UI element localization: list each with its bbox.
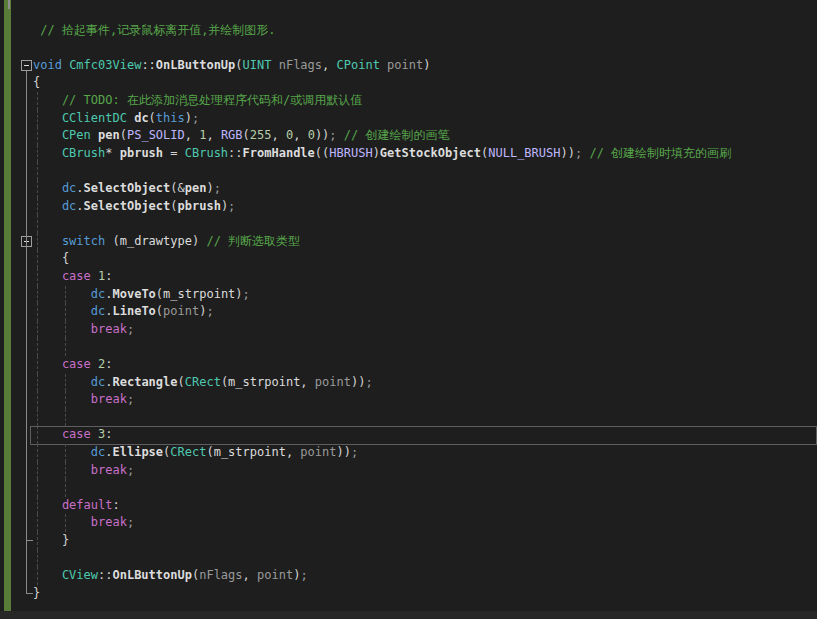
token-punctuation: ) bbox=[206, 181, 213, 195]
token-punctuation: ) bbox=[373, 146, 380, 160]
fold-extent-line bbox=[26, 247, 27, 541]
code-line[interactable]: break; bbox=[0, 514, 817, 532]
token-punctuation: ( bbox=[235, 58, 242, 72]
token-macro: NULL_BRUSH bbox=[488, 146, 560, 160]
token-function: MoveTo bbox=[112, 287, 155, 301]
indent-guide bbox=[37, 391, 38, 409]
code-line[interactable]: // 拾起事件,记录鼠标离开值,并绘制图形. bbox=[0, 22, 817, 40]
token-function: OnLButtonUp bbox=[112, 568, 191, 582]
code-line[interactable]: break; bbox=[0, 391, 817, 409]
indent-guide bbox=[65, 514, 66, 532]
code-line[interactable] bbox=[0, 409, 817, 427]
code-line[interactable]: break; bbox=[0, 321, 817, 339]
code-line[interactable]: dc.SelectObject(&pen); bbox=[0, 180, 817, 198]
code-line[interactable]: CBrush* pbrush = CBrush::FromHandle((HBR… bbox=[0, 145, 817, 163]
code-line[interactable]: break; bbox=[0, 462, 817, 480]
token-punctuation: )) bbox=[337, 445, 351, 459]
token-parameter: point bbox=[380, 58, 423, 72]
token-punctuation: , bbox=[185, 128, 199, 142]
token-punctuation: ; bbox=[228, 199, 235, 213]
code-line[interactable] bbox=[0, 4, 817, 22]
token-punctuation: (& bbox=[170, 181, 184, 195]
token-number: 255 bbox=[250, 128, 272, 142]
code-line[interactable]: } bbox=[0, 585, 817, 603]
code-line[interactable]: } bbox=[0, 532, 817, 550]
token-keyword: void bbox=[33, 58, 62, 72]
code-line[interactable]: // TODO: 在此添加消息处理程序代码和/或调用默认值 bbox=[0, 92, 817, 110]
fold-collapse-button[interactable] bbox=[21, 60, 32, 71]
token-punctuation: )) bbox=[315, 128, 329, 142]
indent-guide bbox=[37, 321, 38, 339]
indent-guide bbox=[37, 145, 38, 163]
code-line[interactable]: case 1: bbox=[0, 268, 817, 286]
indent-guide bbox=[37, 233, 38, 251]
token-parameter: nFlags bbox=[271, 58, 322, 72]
indent-guide bbox=[37, 444, 38, 462]
token-type: CView bbox=[62, 568, 98, 582]
indent-guide bbox=[37, 338, 38, 356]
code-line[interactable] bbox=[0, 479, 817, 497]
indent-guide bbox=[37, 514, 38, 532]
indent-guide bbox=[37, 250, 38, 268]
indent-guide bbox=[37, 110, 38, 128]
token-object: dc bbox=[91, 287, 105, 301]
token-punctuation: :: bbox=[228, 146, 242, 160]
code-line[interactable] bbox=[0, 550, 817, 568]
indent-guide bbox=[37, 215, 38, 233]
token-punctuation: , bbox=[272, 128, 286, 142]
code-line[interactable]: { bbox=[0, 74, 817, 92]
indent-guide bbox=[37, 180, 38, 198]
code-line[interactable]: dc.MoveTo(m_strpoint); bbox=[0, 286, 817, 304]
code-line[interactable]: case 3: bbox=[0, 426, 817, 444]
token-punctuation: ; bbox=[300, 568, 307, 582]
code-line[interactable]: dc.LineTo(point); bbox=[0, 303, 817, 321]
code-line[interactable] bbox=[0, 162, 817, 180]
token-punctuation: ; bbox=[214, 181, 221, 195]
token-macro: HBRUSH bbox=[329, 146, 372, 160]
code-editor: // 拾起事件,记录鼠标离开值,并绘制图形.void Cmfc03View::O… bbox=[0, 0, 817, 619]
code-line[interactable]: switch (m_drawtype) // 判断选取类型 bbox=[0, 233, 817, 251]
token-type: CPen bbox=[62, 128, 91, 142]
code-line[interactable]: void Cmfc03View::OnLButtonUp(UINT nFlags… bbox=[0, 57, 817, 75]
token-type: CBrush bbox=[185, 146, 228, 160]
token-identifier: m_strpoint bbox=[214, 445, 286, 459]
code-line[interactable]: CPen pen(PS_SOLID, 1, RGB(255, 0, 0)); /… bbox=[0, 127, 817, 145]
code-line[interactable] bbox=[0, 338, 817, 356]
code-line[interactable]: dc.Rectangle(CRect(m_strpoint, point)); bbox=[0, 374, 817, 392]
token-punctuation: )) bbox=[351, 375, 365, 389]
indent-guide bbox=[65, 374, 66, 392]
code-line[interactable]: { bbox=[0, 250, 817, 268]
token-punctuation: ; bbox=[127, 515, 134, 529]
indent-guide bbox=[37, 462, 38, 480]
token-function: Rectangle bbox=[112, 375, 177, 389]
code-line[interactable]: dc.SelectObject(pbrush); bbox=[0, 198, 817, 216]
indent-guide bbox=[65, 303, 66, 321]
token-punctuation: , bbox=[293, 128, 307, 142]
indent-guide bbox=[65, 444, 66, 462]
token-parameter: point bbox=[250, 568, 293, 582]
token-macro: RGB bbox=[221, 128, 243, 142]
code-line[interactable] bbox=[0, 39, 817, 57]
token-parameter: point bbox=[308, 375, 351, 389]
code-line[interactable]: default: bbox=[0, 497, 817, 515]
code-line[interactable]: CView::OnLButtonUp(nFlags, point); bbox=[0, 567, 817, 585]
token-control-keyword: break bbox=[91, 392, 127, 406]
token-punctuation: ( bbox=[178, 375, 185, 389]
token-comment: // 创建绘制时填充的画刷 bbox=[582, 146, 731, 160]
token-punctuation: , bbox=[206, 128, 220, 142]
code-line[interactable]: case 2: bbox=[0, 356, 817, 374]
token-keyword: this bbox=[156, 111, 185, 125]
token-object: dc bbox=[91, 445, 105, 459]
code-line[interactable]: CClientDC dc(this); bbox=[0, 110, 817, 128]
token-parameter: nFlags bbox=[199, 568, 242, 582]
token-parameter: point bbox=[293, 445, 336, 459]
token-punctuation bbox=[91, 427, 98, 441]
token-punctuation: ; bbox=[127, 463, 134, 477]
code-line[interactable] bbox=[0, 215, 817, 233]
token-type: CRect bbox=[170, 445, 206, 459]
indent-guide bbox=[37, 374, 38, 392]
token-parameter: point bbox=[163, 304, 199, 318]
token-punctuation: , bbox=[300, 375, 307, 389]
code-line[interactable]: dc.Ellipse(CRect(m_strpoint, point)); bbox=[0, 444, 817, 462]
token-comment: // TODO: 在此添加消息处理程序代码和/或调用默认值 bbox=[62, 93, 362, 107]
